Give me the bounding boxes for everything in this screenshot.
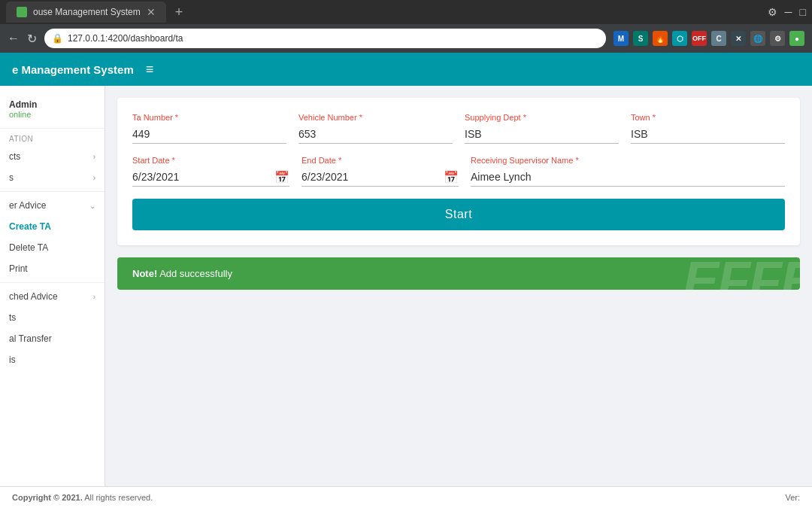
sidebar-item-s-label: s [9, 172, 14, 183]
ta-number-label: Ta Number * [132, 113, 286, 122]
end-date-input-wrap: 📅 [301, 168, 459, 187]
lock-icon: 🔒 [52, 33, 63, 44]
ext-icon-1[interactable]: M [614, 31, 629, 46]
chevron-icon: › [93, 153, 95, 161]
vehicle-number-field: Vehicle Number * [298, 113, 453, 144]
main-content: Ta Number * Vehicle Number * Supplying D… [105, 86, 812, 486]
end-date-input[interactable] [301, 168, 439, 186]
vehicle-number-input[interactable] [298, 125, 453, 144]
end-date-calendar-icon[interactable]: 📅 [444, 170, 459, 184]
supplying-dept-label: Supplying Dept * [465, 113, 619, 122]
form-row-2: Start Date * 📅 End Date * � [132, 156, 785, 187]
start-date-label: Start Date * [132, 156, 289, 165]
sidebar-item-is[interactable]: is [0, 349, 105, 370]
footer-version: Ver: [785, 493, 800, 502]
sidebar-item-al-transfer[interactable]: al Transfer [0, 328, 105, 349]
sidebar-item-ts[interactable]: ts [0, 307, 105, 328]
footer-copyright: Copyright © 2021. All rights reserved. [12, 493, 153, 502]
sidebar-username: Admin [9, 99, 95, 110]
ext-icon-4[interactable]: ⬡ [672, 31, 687, 46]
sidebar-item-ched-advice[interactable]: ched Advice › [0, 286, 105, 307]
tab-title: ouse Management System [33, 7, 141, 17]
browser-tab[interactable]: ouse Management System ✕ [6, 2, 166, 23]
receiving-supervisor-field: Receiving Supervisor Name * [471, 156, 785, 187]
refresh-button[interactable]: ↻ [27, 32, 37, 46]
browser-extensions: M S 🔥 ⬡ OFF C ✕ 🌐 ⚙ ● [614, 31, 804, 46]
new-tab-button[interactable]: + [175, 5, 183, 20]
supplying-dept-field: Supplying Dept * [465, 113, 619, 144]
town-label: Town * [631, 113, 785, 122]
tab-close-button[interactable]: ✕ [147, 6, 156, 18]
browser-titlebar: ouse Management System ✕ + ⚙ ─ □ [0, 0, 812, 24]
back-button[interactable]: ← [8, 32, 20, 45]
start-date-input-wrap: 📅 [132, 168, 289, 187]
tab-favicon [17, 7, 27, 17]
sidebar-item-ts-label: ts [9, 312, 16, 323]
sidebar: Admin online ATION cts › s › er Advice ⌄… [0, 86, 105, 486]
end-date-label: End Date * [301, 156, 459, 165]
form-row-1: Ta Number * Vehicle Number * Supplying D… [132, 113, 785, 144]
start-date-input[interactable] [132, 168, 270, 186]
sidebar-section-label: ATION [0, 129, 105, 146]
town-input[interactable] [631, 125, 785, 144]
start-date-field: Start Date * 📅 [132, 156, 289, 187]
success-note-message: Add successfully [159, 268, 232, 279]
ext-icon-3[interactable]: 🔥 [653, 31, 668, 46]
sidebar-item-delete-ta[interactable]: Delete TA [0, 237, 105, 258]
app-topnav: e Management System ≡ [0, 53, 812, 86]
ext-icon-6[interactable]: ✕ [731, 31, 746, 46]
sidebar-item-delete-ta-label: Delete TA [9, 242, 48, 253]
app-logo: e Management System [12, 63, 134, 76]
sidebar-item-is-label: is [9, 354, 16, 365]
maximize-icon[interactable]: □ [800, 6, 806, 18]
supplying-dept-input[interactable] [465, 125, 619, 144]
minimize-icon[interactable]: ─ [785, 6, 792, 18]
sidebar-item-print[interactable]: Print [0, 258, 105, 279]
app-wrapper: e Management System ≡ Admin online ATION… [0, 53, 812, 508]
receiving-supervisor-input[interactable] [471, 168, 785, 187]
hamburger-button[interactable]: ≡ [146, 62, 154, 78]
address-box[interactable]: 🔒 127.0.0.1:4200/dashboard/ta [44, 29, 606, 48]
town-field: Town * [631, 113, 785, 144]
success-note-prefix: Note! [132, 268, 157, 279]
sidebar-item-al-transfer-label: al Transfer [9, 333, 52, 344]
sidebar-item-s[interactable]: s › [0, 167, 105, 188]
vehicle-number-label: Vehicle Number * [298, 113, 453, 122]
sidebar-divider [0, 191, 105, 192]
ext-icon-green[interactable]: ● [789, 31, 804, 46]
ext-icon-2[interactable]: S [633, 31, 648, 46]
form-card: Ta Number * Vehicle Number * Supplying D… [117, 98, 800, 245]
chevron-down-icon: ⌄ [89, 202, 95, 210]
success-note-watermark: EFFE [683, 257, 800, 290]
ta-number-input[interactable] [132, 125, 286, 144]
url-text: 127.0.0.1:4200/dashboard/ta [68, 33, 183, 44]
sidebar-item-cts[interactable]: cts › [0, 146, 105, 167]
sidebar-item-create-ta-label: Create TA [9, 221, 51, 232]
sidebar-item-er-advice[interactable]: er Advice ⌄ [0, 195, 105, 216]
app-body: Admin online ATION cts › s › er Advice ⌄… [0, 86, 812, 486]
end-date-field: End Date * 📅 [301, 156, 459, 187]
footer-copyright-text: Copyright © 2021. [12, 493, 83, 502]
ta-number-field: Ta Number * [132, 113, 286, 144]
ext-icon-globe[interactable]: 🌐 [750, 31, 765, 46]
start-date-calendar-icon[interactable]: 📅 [274, 170, 289, 184]
start-button[interactable]: Start [132, 199, 785, 230]
ext-icon-5[interactable]: C [711, 31, 726, 46]
ext-icon-gear[interactable]: ⚙ [770, 31, 785, 46]
browser-toolbar-icons: ⚙ ─ □ [768, 6, 806, 18]
receiving-supervisor-label: Receiving Supervisor Name * [471, 156, 785, 165]
chevron-icon-2: › [93, 293, 95, 301]
settings-icon[interactable]: ⚙ [768, 6, 777, 18]
sidebar-item-create-ta[interactable]: Create TA [0, 216, 105, 237]
sidebar-user: Admin online [0, 93, 105, 129]
browser-addressbar: ← ↻ 🔒 127.0.0.1:4200/dashboard/ta M S 🔥 … [0, 24, 812, 53]
ext-icon-off[interactable]: OFF [692, 31, 707, 46]
success-note-text: Note! Add successfully [132, 268, 232, 279]
sidebar-status: online [9, 110, 95, 119]
chevron-icon: › [93, 174, 95, 182]
sidebar-item-print-label: Print [9, 263, 28, 274]
app-footer: Copyright © 2021. All rights reserved. V… [0, 486, 812, 508]
success-note: Note! Add successfully EFFE [117, 257, 800, 290]
sidebar-item-er-advice-label: er Advice [9, 200, 46, 211]
sidebar-item-cts-label: cts [9, 151, 20, 162]
